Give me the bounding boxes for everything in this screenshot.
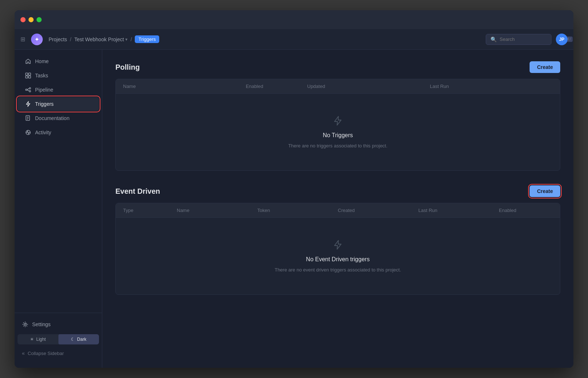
collapse-sidebar-label: Collapse Sidebar [28,351,64,356]
tasks-icon [25,72,31,79]
breadcrumb-sep2: / [130,36,132,42]
svg-rect-3 [28,76,31,78]
polling-section: Polling Create Name Enabled Updated Last… [115,61,560,171]
polling-col-lastrun: Last Run [430,84,553,89]
page-content: Polling Create Name Enabled Updated Last… [102,50,573,368]
theme-light-button[interactable]: ☀ Light [18,334,58,344]
svg-point-4 [26,89,27,90]
event-driven-title: Event Driven [115,187,160,196]
polling-empty-icon [333,116,343,128]
sidebar-item-tasks-label: Tasks [35,73,48,78]
svg-rect-2 [26,76,28,78]
polling-table: Name Enabled Updated Last Run No Tr [115,79,560,171]
svg-rect-1 [28,73,31,75]
triggers-icon [25,101,31,107]
event-driven-empty-desc: There are no event driven triggers assoc… [275,267,401,273]
event-driven-empty-icon [333,240,343,252]
close-button[interactable] [20,17,26,22]
app-logo: ✦ [31,34,43,45]
breadcrumb-projects[interactable]: Projects [49,36,67,42]
titlebar [15,10,573,29]
topbar: ⊞ ✦ Projects / Test Webhook Project ▾ / … [15,29,573,50]
polling-table-header: Name Enabled Updated Last Run [116,79,560,94]
polling-col-enabled: Enabled [246,84,307,89]
theme-light-label: Light [36,337,46,342]
chevron-down-icon: ▾ [125,37,127,42]
minimize-button[interactable] [28,17,34,22]
event-driven-create-button[interactable]: Create [530,185,560,197]
svg-point-5 [29,88,31,89]
event-driven-section: Event Driven Create Type Name Token Crea… [115,185,560,295]
sidebar-item-activity[interactable]: Activity [18,126,99,139]
documentation-icon [25,115,31,122]
search-bar[interactable]: 🔍 ⌘/ [486,34,551,45]
polling-col-name: Name [123,84,246,89]
breadcrumb-current: Triggers [135,35,159,43]
svg-line-8 [27,90,29,91]
breadcrumb-sep1: / [70,36,72,42]
event-col-token: Token [257,208,338,213]
sidebar-item-tasks[interactable]: Tasks [18,69,99,82]
event-driven-section-header: Event Driven Create [115,185,560,197]
polling-col-updated: Updated [307,84,430,89]
moon-icon: ☾ [71,337,75,342]
sidebar-item-home-label: Home [35,58,49,64]
sidebar-item-documentation[interactable]: Documentation [18,111,99,125]
svg-rect-0 [26,73,28,75]
breadcrumb-project: Test Webhook Project ▾ [74,36,127,42]
activity-icon [25,129,31,136]
theme-dark-label: Dark [77,337,86,342]
search-input[interactable] [500,36,561,42]
sidebar-bottom: Settings ☀ Light ☾ Dark [15,313,102,363]
topbar-right: 🔍 ⌘/ JP [486,34,568,45]
polling-empty-state: No Triggers There are no triggers associ… [116,94,560,170]
traffic-lights [20,17,42,22]
theme-toggle: ☀ Light ☾ Dark [18,334,99,344]
avatar[interactable]: JP [556,34,568,45]
breadcrumb-project-name[interactable]: Test Webhook Project [74,36,124,42]
event-col-type: Type [123,208,177,213]
event-col-created: Created [338,208,419,213]
event-col-lastrun: Last Run [419,208,499,213]
svg-point-6 [29,90,31,92]
sun-icon: ☀ [30,337,34,342]
sidebar-item-pipeline-label: Pipeline [35,87,53,93]
collapse-sidebar-button[interactable]: « Collapse Sidebar [18,347,99,359]
event-col-name: Name [177,208,257,213]
main-content: Home Tasks [15,50,573,368]
sidebar-nav: Home Tasks [15,54,102,313]
event-driven-empty-state: No Event Driven triggers There are no ev… [116,218,560,294]
sidebar-item-pipeline[interactable]: Pipeline [18,83,99,97]
event-driven-empty-title: No Event Driven triggers [306,256,370,263]
sidebar-item-triggers-label: Triggers [35,101,54,107]
home-icon [25,58,31,65]
polling-empty-desc: There are no triggers associated to this… [288,143,387,148]
settings-icon [22,321,28,328]
polling-title: Polling [115,63,140,72]
event-driven-table-header: Type Name Token Created Last Run Enabled [116,203,560,218]
svg-line-7 [27,89,29,90]
app-body: ⊞ ✦ Projects / Test Webhook Project ▾ / … [15,29,573,368]
app-window: ⊞ ✦ Projects / Test Webhook Project ▾ / … [15,10,573,368]
pipeline-icon [25,86,31,93]
topbar-left: ⊞ ✦ Projects / Test Webhook Project ▾ / … [20,34,159,45]
breadcrumb: Projects / Test Webhook Project ▾ / Trig… [49,35,159,43]
sidebar-item-activity-label: Activity [35,130,51,135]
maximize-button[interactable] [37,17,42,22]
polling-empty-title: No Triggers [323,132,353,139]
theme-dark-button[interactable]: ☾ Dark [58,334,99,344]
event-col-enabled: Enabled [499,208,553,213]
sidebar-item-home[interactable]: Home [18,54,99,68]
grid-icon: ⊞ [20,36,25,43]
polling-create-button[interactable]: Create [530,61,560,73]
sidebar: Home Tasks [15,50,102,368]
polling-section-header: Polling Create [115,61,560,73]
sidebar-item-documentation-label: Documentation [35,115,69,121]
sidebar-item-triggers[interactable]: Triggers [18,97,99,111]
sidebar-item-settings[interactable]: Settings [18,317,99,331]
event-driven-table: Type Name Token Created Last Run Enabled [115,203,560,295]
search-icon: 🔍 [490,36,497,42]
chevrons-left-icon: « [22,350,25,356]
sidebar-settings-label: Settings [32,321,51,327]
